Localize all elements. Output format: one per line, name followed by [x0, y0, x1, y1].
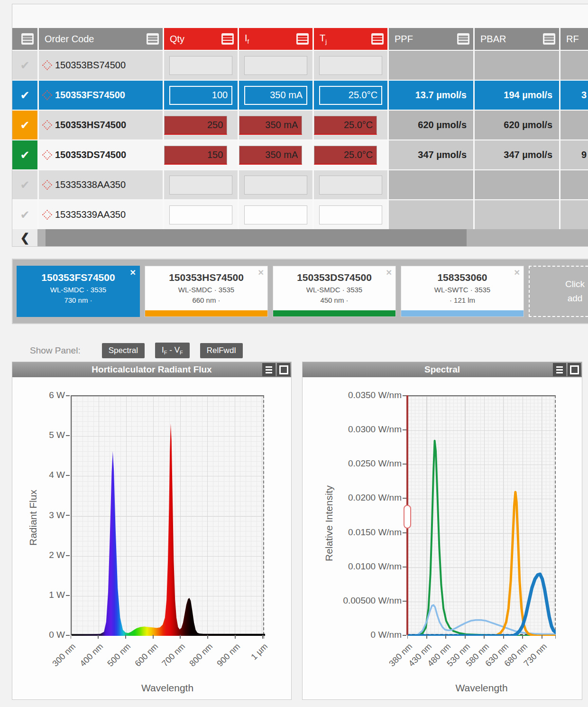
- chip-series: WL-SMDC · 3535: [145, 286, 267, 294]
- if-input[interactable]: [239, 146, 302, 165]
- if-cell: [239, 51, 312, 80]
- if-input[interactable]: [244, 56, 307, 75]
- add-led-chip[interactable]: Click add: [529, 266, 588, 317]
- column-header-order_code[interactable]: Order Code: [39, 28, 163, 50]
- tj-input[interactable]: [319, 86, 382, 105]
- if-input[interactable]: [244, 176, 307, 195]
- order-code-cell[interactable]: 15335338AA350: [39, 170, 163, 199]
- row-select-checkbox[interactable]: ✔: [12, 51, 37, 80]
- move-diamond-icon[interactable]: [42, 60, 52, 70]
- radiant-flux-chart-header: Horticalculator Radiant Flux: [12, 362, 291, 377]
- tj-input[interactable]: [314, 116, 377, 135]
- close-icon[interactable]: ✕: [386, 268, 392, 277]
- scroll-left-button[interactable]: ❮: [12, 229, 37, 246]
- column-label: Qty: [170, 34, 184, 45]
- move-diamond-icon[interactable]: [42, 180, 52, 190]
- y-axis-title: Radiant Flux: [28, 490, 39, 546]
- order-code-cell[interactable]: 150353DS74500: [39, 140, 163, 169]
- qty-cell: [164, 51, 238, 80]
- chart-menu-icon[interactable]: [553, 363, 566, 376]
- close-icon[interactable]: ✕: [514, 268, 520, 277]
- move-diamond-icon[interactable]: [42, 120, 52, 130]
- horizontal-scrollbar[interactable]: ❮: [12, 229, 588, 246]
- if-input[interactable]: [244, 205, 307, 224]
- pbar-value: 347 µmol/s: [475, 140, 559, 169]
- y-tick-label: 5 W: [0, 430, 65, 440]
- column-label: If: [245, 33, 249, 45]
- tj-cell: [314, 81, 387, 110]
- close-icon[interactable]: ✕: [130, 268, 136, 277]
- column-header-select[interactable]: [12, 28, 37, 50]
- qty-input[interactable]: [169, 176, 232, 195]
- column-menu-icon[interactable]: [147, 33, 159, 45]
- tj-input[interactable]: [319, 176, 382, 195]
- row-select-checkbox[interactable]: ✔: [12, 200, 37, 229]
- y-tick-label: 0 W: [0, 630, 65, 640]
- row-select-checkbox[interactable]: ✔: [12, 170, 37, 199]
- order-code-cell[interactable]: 150353FS74500: [39, 81, 163, 110]
- move-diamond-icon[interactable]: [42, 210, 52, 220]
- y-tick-label: 4 W: [0, 470, 65, 480]
- scrollbar-thumb[interactable]: [46, 229, 467, 246]
- qty-input[interactable]: [164, 116, 227, 135]
- column-menu-icon[interactable]: [543, 33, 555, 45]
- y-axis-ticks: [403, 395, 406, 636]
- tj-input[interactable]: [319, 205, 382, 224]
- tj-input[interactable]: [314, 146, 377, 165]
- column-menu-icon[interactable]: [221, 33, 234, 45]
- order-code-text: 150353HS74500: [55, 120, 126, 130]
- row-select-checkbox[interactable]: ✔: [12, 81, 37, 110]
- y-tick-label: 0.0100 W/nm: [326, 561, 402, 572]
- order-code-text: 150353DS74500: [55, 149, 126, 160]
- table-row: ✔ 150353DS74500 347 µmol/s 347 µmol/s 9: [12, 140, 588, 169]
- spectral-panel-button[interactable]: Spectral: [102, 343, 145, 358]
- tj-cell: [314, 51, 387, 80]
- if-vf-panel-button[interactable]: IF - VF: [155, 343, 190, 358]
- move-diamond-icon[interactable]: [42, 90, 52, 100]
- x-tick-label: 900 nm: [209, 642, 242, 675]
- spectral-chart-panel: Spectral 0 W/nm0.00500 W/nm0.0100 W/nm0.…: [302, 362, 582, 700]
- led-chip-150353HS74500[interactable]: ✕ 150353HS74500 WL-SMDC · 3535 660 nm ·: [145, 266, 268, 317]
- chart-maximize-icon[interactable]: [277, 363, 290, 376]
- led-chip-158353060[interactable]: ✕ 158353060 WL-SWTC · 3535 · 121 lm: [401, 266, 524, 317]
- relfwdi-panel-button[interactable]: RelFwdI: [200, 343, 243, 358]
- led-chip-150353DS74500[interactable]: ✕ 150353DS74500 WL-SMDC · 3535 450 nm ·: [273, 266, 396, 317]
- table-row: ✔ 15335338AA350: [12, 170, 588, 199]
- column-menu-icon[interactable]: [371, 33, 384, 45]
- move-diamond-icon[interactable]: [42, 150, 52, 160]
- if-input[interactable]: [239, 116, 302, 135]
- column-header-ppf[interactable]: PPF: [389, 28, 473, 50]
- row-select-checkbox[interactable]: ✔: [12, 111, 37, 140]
- y-tick-label: 0.0150 W/nm: [326, 527, 402, 538]
- row-select-checkbox[interactable]: ✔: [12, 140, 37, 169]
- qty-input[interactable]: [169, 86, 232, 105]
- close-icon[interactable]: ✕: [258, 268, 264, 277]
- qty-input[interactable]: [169, 205, 232, 224]
- column-menu-icon[interactable]: [457, 33, 469, 45]
- y-axis-ticks: [66, 395, 70, 636]
- horticalculator-radiant-flux-plot-area: [71, 395, 264, 635]
- tj-input[interactable]: [319, 56, 382, 75]
- led-chip-150353FS74500[interactable]: ✕ 150353FS74500 WL-SMDC · 3535 730 nm ·: [17, 266, 140, 317]
- column-header-if[interactable]: If: [239, 28, 312, 50]
- column-header-rf[interactable]: RF: [560, 28, 588, 50]
- if-input[interactable]: [244, 86, 307, 105]
- column-menu-icon[interactable]: [296, 33, 309, 45]
- order-code-cell[interactable]: 15335339AA350: [39, 200, 163, 229]
- if-cell: [239, 140, 312, 169]
- chart-menu-icon[interactable]: [262, 363, 276, 376]
- x-axis-ticks: [71, 635, 264, 639]
- order-code-cell[interactable]: 150353BS74500: [39, 51, 163, 80]
- column-menu-icon[interactable]: [21, 33, 34, 45]
- show-panel-label: Show Panel:: [30, 345, 81, 356]
- chip-order-code: 150353FS74500: [17, 272, 139, 283]
- column-header-qty[interactable]: Qty: [164, 28, 238, 50]
- qty-input[interactable]: [164, 146, 227, 165]
- table-row: ✔ 150353HS74500 620 µmol/s 620 µmol/s: [12, 111, 588, 140]
- column-label: Tj: [320, 33, 327, 45]
- column-header-tj[interactable]: Tj: [314, 28, 387, 50]
- qty-input[interactable]: [169, 56, 232, 75]
- order-code-cell[interactable]: 150353HS74500: [39, 111, 163, 140]
- column-header-pbar[interactable]: PBAR: [475, 28, 559, 50]
- chart-maximize-icon[interactable]: [568, 363, 581, 376]
